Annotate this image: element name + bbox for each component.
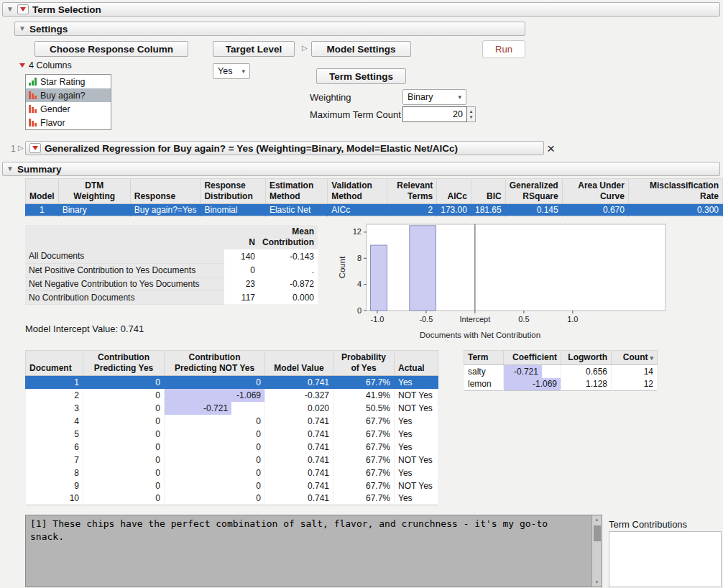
disclosure-triangle-icon[interactable]: ▼ xyxy=(6,6,14,13)
table-row[interactable]: 1BinaryBuy again?=YesBinomialElastic Net… xyxy=(26,204,723,216)
histogram-bar[interactable] xyxy=(370,245,387,311)
max-term-count-stepper[interactable]: ▴ ▾ xyxy=(467,106,476,122)
table-row[interactable]: All Documents140-0.143 xyxy=(25,249,318,263)
column-header[interactable]: BIC xyxy=(471,179,505,204)
column-header[interactable]: DTM Weighting xyxy=(58,179,130,204)
scroll-down-icon[interactable]: ▾ xyxy=(595,578,599,587)
stepper-up-icon[interactable]: ▴ xyxy=(470,109,473,114)
table-row[interactable]: 20-1.069-0.32741.9%NOT Yes xyxy=(26,389,438,402)
table-row[interactable]: Net Negative Contribution to Yes Documen… xyxy=(25,277,318,290)
close-icon[interactable]: × xyxy=(547,142,555,155)
table-cell: 50.5% xyxy=(333,402,395,415)
column-header[interactable]: Count▾ xyxy=(612,351,658,365)
target-level-button[interactable]: Target Level xyxy=(213,41,295,57)
column-header[interactable]: Response xyxy=(130,179,201,204)
response-column-list: Star RatingBuy again?GenderFlavor xyxy=(25,74,111,130)
model-settings-disclosure-icon[interactable]: ▷ xyxy=(302,45,308,52)
column-header[interactable]: N xyxy=(224,225,259,249)
weighting-label: Weighting xyxy=(310,92,351,103)
red-triangle-menu-icon[interactable] xyxy=(19,63,25,68)
column-header[interactable]: Validation Method xyxy=(328,179,387,204)
term-selection-title: Term Selection xyxy=(32,4,101,15)
table-row[interactable]: 8000.74167.7%Yes xyxy=(26,467,438,479)
scrollbar-thumb[interactable] xyxy=(594,525,601,541)
chevron-down-icon: ▾ xyxy=(241,68,245,75)
table-cell: 67.7% xyxy=(333,467,395,479)
table-row[interactable]: 1000.74167.7%Yes xyxy=(26,376,438,389)
document-text-viewer[interactable]: [1] These chips have the perfect combina… xyxy=(25,515,602,587)
column-header[interactable]: Term xyxy=(464,351,504,365)
column-header[interactable]: Response Distribution xyxy=(201,179,265,204)
table-row[interactable]: 9000.74167.7%NOT Yes xyxy=(26,479,438,492)
column-header[interactable]: Model Value xyxy=(265,351,333,376)
table-row[interactable]: lemon-1.0691.12812 xyxy=(464,378,658,391)
column-header[interactable]: Model xyxy=(26,179,59,204)
table-cell: Yes xyxy=(395,492,438,505)
column-item-gender[interactable]: Gender xyxy=(26,102,111,116)
column-header[interactable] xyxy=(25,225,224,249)
scroll-up-icon[interactable]: ▴ xyxy=(595,515,599,524)
column-header[interactable]: Logworth xyxy=(561,351,612,365)
table-row[interactable]: salty-0.7210.65614 xyxy=(464,365,658,378)
term-contributions-panel xyxy=(609,531,722,587)
table-cell: 0 xyxy=(83,389,165,402)
table-cell: 0.656 xyxy=(561,365,612,378)
column-item-star-rating[interactable]: Star Rating xyxy=(26,75,111,88)
column-header[interactable]: Actual xyxy=(395,351,438,376)
table-cell: Net Positive Contribution to Yes Documen… xyxy=(25,263,224,277)
column-header[interactable]: AICc xyxy=(437,179,471,204)
column-item-buy-again-[interactable]: Buy again? xyxy=(26,88,111,102)
y-tick-label: 0 xyxy=(357,306,362,315)
weighting-select[interactable]: Binary ▾ xyxy=(402,89,466,105)
scrollbar[interactable]: ▴ ▾ xyxy=(591,515,602,587)
column-header[interactable]: Coefficient xyxy=(504,351,561,365)
table-cell: 0.741 xyxy=(265,454,333,467)
table-cell: 0.741 xyxy=(265,467,333,479)
table-cell: 0 xyxy=(165,454,265,467)
column-header[interactable]: Generalized RSquare xyxy=(505,179,562,204)
red-triangle-menu-icon[interactable] xyxy=(29,143,41,153)
column-header[interactable]: Contribution Predicting NOT Yes xyxy=(165,351,265,376)
table-cell: 67.7% xyxy=(333,454,395,467)
column-header[interactable]: Probability of Yes xyxy=(333,351,395,376)
table-row[interactable]: 30-0.7210.02050.5%NOT Yes xyxy=(26,402,438,415)
column-header[interactable]: Mean Contribution xyxy=(259,225,318,249)
column-header[interactable]: Estimation Method xyxy=(265,179,327,204)
column-header[interactable]: Document xyxy=(26,351,83,376)
column-header[interactable]: Contribution Predicting Yes xyxy=(83,351,165,376)
run-button[interactable]: Run xyxy=(482,40,525,58)
table-cell: 0 xyxy=(83,441,165,454)
table-cell: NOT Yes xyxy=(395,402,438,415)
table-row[interactable]: 7000.74167.7%NOT Yes xyxy=(26,454,438,467)
table-row[interactable]: 4000.74167.7%Yes xyxy=(26,415,438,428)
column-header[interactable]: Misclassification Rate xyxy=(628,179,722,204)
histogram-bar[interactable] xyxy=(410,226,436,311)
disclosure-triangle-icon[interactable]: ▼ xyxy=(19,25,26,32)
y-tick-label: 4 xyxy=(357,280,362,288)
table-cell: 0 xyxy=(165,428,265,441)
column-header[interactable]: Area Under Curve xyxy=(562,179,628,204)
choose-response-column-button[interactable]: Choose Response Column xyxy=(34,41,188,57)
target-level-select[interactable]: Yes ▾ xyxy=(213,63,250,79)
table-row[interactable]: No Contribution Documents1170.000 xyxy=(25,290,318,304)
column-header[interactable]: Relevant Terms xyxy=(387,179,437,204)
red-triangle-menu-icon[interactable] xyxy=(17,4,29,14)
value-highlight-bar: -1.069 xyxy=(504,378,561,391)
model-settings-button[interactable]: Model Settings xyxy=(311,41,411,57)
column-item-flavor[interactable]: Flavor xyxy=(26,116,111,129)
table-cell: NOT Yes xyxy=(395,479,438,492)
table-cell: 2 xyxy=(26,389,83,402)
max-term-count-input[interactable] xyxy=(402,106,467,122)
stepper-down-icon[interactable]: ▾ xyxy=(470,114,473,120)
table-cell: -0.721 xyxy=(504,365,561,378)
table-cell: lemon xyxy=(464,378,504,391)
table-row[interactable]: 10000.74167.7%Yes xyxy=(26,492,438,505)
regression-disclosure-icon[interactable]: ▷ xyxy=(18,144,24,152)
table-row[interactable]: 6000.74167.7%Yes xyxy=(26,441,438,454)
table-row[interactable]: 5000.74167.7%Yes xyxy=(26,428,438,441)
table-row[interactable]: Net Positive Contribution to Yes Documen… xyxy=(25,263,318,277)
sort-caret-icon[interactable]: ▾ xyxy=(650,354,653,362)
term-settings-button[interactable]: Term Settings xyxy=(316,68,406,84)
disclosure-triangle-icon[interactable]: ▼ xyxy=(6,165,14,173)
table-cell: 6 xyxy=(26,441,83,454)
